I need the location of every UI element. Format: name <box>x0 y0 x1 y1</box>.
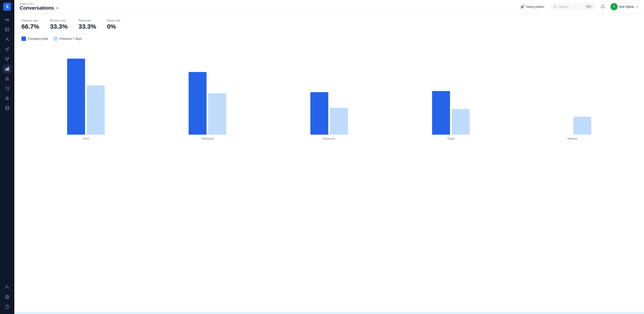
stat-bounce-rate-value: 33.3% <box>50 23 68 30</box>
search-shortcut: ⌘ K <box>585 5 592 8</box>
avatar: T <box>610 3 618 10</box>
svg-rect-7 <box>7 68 8 71</box>
svg-point-13 <box>7 297 8 298</box>
stat-delivery-rate-label: Delivery rate <box>22 19 39 22</box>
legend-company-total: Company total <box>22 36 48 41</box>
bar-label-delivered: Delivered <box>202 137 214 140</box>
page-title: Conversations <box>20 5 59 11</box>
bar-bounced-previous <box>330 108 348 135</box>
chart-group-sent: Sent <box>25 45 147 140</box>
svg-rect-6 <box>6 69 6 71</box>
stat-read-rate: Read rate 33.3% <box>78 19 96 30</box>
bar-pair-read <box>432 45 470 135</box>
svg-rect-4 <box>8 57 9 59</box>
svg-point-9 <box>6 90 7 91</box>
sidebar-item-flows[interactable] <box>3 54 12 63</box>
bar-pair-replied <box>554 45 591 135</box>
sidebar: S <box>0 0 14 314</box>
stats-row: Delivery rate 66.7% Bounce rate 33.3% Re… <box>22 19 637 30</box>
svg-point-15 <box>554 5 556 8</box>
svg-rect-1 <box>6 28 9 31</box>
header-right: Setup guides Search ⌘ K T test Sylvia <box>518 3 639 11</box>
bar-pair-delivered <box>189 45 226 135</box>
chart-group-delivered: Delivered <box>147 45 268 140</box>
svg-point-11 <box>6 106 9 108</box>
bar-label-read: Read <box>447 137 454 140</box>
sidebar-item-campaigns[interactable] <box>3 45 12 54</box>
sidebar-item-help[interactable] <box>3 302 12 311</box>
legend-color-previous <box>53 36 58 41</box>
bar-delivered-previous <box>208 93 226 135</box>
app-logo[interactable]: S <box>3 3 11 11</box>
bar-read-current <box>432 91 450 135</box>
notifications-button[interactable] <box>599 3 607 11</box>
svg-rect-8 <box>8 67 9 71</box>
bar-read-previous <box>452 109 470 135</box>
chart-group-bounced: Bounced <box>268 45 390 140</box>
main-content: ANALYTICS Conversations Setup guides Sea… <box>14 0 644 314</box>
sidebar-bottom <box>3 283 12 311</box>
sidebar-item-broadcast[interactable] <box>3 15 12 24</box>
stat-delivery-rate-value: 66.7% <box>22 23 39 30</box>
stat-delivery-rate: Delivery rate 66.7% <box>22 19 39 30</box>
search-icon <box>553 5 557 8</box>
sidebar-item-integrations[interactable] <box>3 74 12 83</box>
bar-sent-current <box>67 59 85 135</box>
bar-replied-previous <box>573 117 591 135</box>
legend-company-label: Company total <box>28 37 48 40</box>
bar-label-bounced: Bounced <box>323 137 335 140</box>
sidebar-item-add-user[interactable] <box>3 283 12 292</box>
search-box[interactable]: Search ⌘ K <box>550 3 595 10</box>
sidebar-item-shop[interactable] <box>3 84 12 93</box>
title-dropdown-icon[interactable] <box>55 6 59 10</box>
header-left: ANALYTICS Conversations <box>20 2 59 11</box>
bar-sent-previous <box>87 85 105 135</box>
page-header: ANALYTICS Conversations Setup guides Sea… <box>14 0 644 13</box>
sidebar-item-settings[interactable] <box>3 293 12 302</box>
sidebar-item-database[interactable] <box>3 104 12 113</box>
svg-point-12 <box>6 286 8 287</box>
legend-previous-days: Previous 7 days <box>53 36 82 41</box>
bottom-accent-bar <box>14 312 644 314</box>
chart-group-read: Read <box>390 45 512 140</box>
svg-point-10 <box>8 90 9 91</box>
stat-bounce-rate-label: Bounce rate <box>50 19 68 22</box>
chart-bars-container: Sent Delivered Bounced <box>25 46 633 140</box>
svg-point-0 <box>7 19 8 20</box>
chart-group-replied: Replied <box>512 45 633 140</box>
sidebar-item-analytics[interactable] <box>3 64 12 73</box>
sidebar-item-inbox[interactable] <box>3 25 12 34</box>
user-name: test Sylvia <box>620 5 634 8</box>
section-label: ANALYTICS <box>20 2 59 5</box>
stat-read-rate-value: 33.3% <box>78 23 96 30</box>
svg-rect-3 <box>6 57 7 59</box>
stat-reply-rate-label: Reply rate <box>107 19 120 22</box>
bar-label-sent: Sent <box>83 137 89 140</box>
stat-reply-rate-value: 0% <box>107 23 120 30</box>
bar-label-replied: Replied <box>568 137 577 140</box>
sidebar-item-ai[interactable] <box>3 94 12 103</box>
bar-bounced-current <box>310 92 328 135</box>
stat-read-rate-label: Read rate <box>78 19 96 22</box>
bar-pair-bounced <box>310 45 348 135</box>
legend-previous-label: Previous 7 days <box>60 37 82 40</box>
user-dropdown-icon <box>636 5 639 8</box>
main-area: Delivery rate 66.7% Bounce rate 33.3% Re… <box>14 13 644 312</box>
bar-delivered-current <box>189 72 206 135</box>
chart-legend: Company total Previous 7 days <box>22 36 637 41</box>
bar-chart: Sent Delivered Bounced <box>22 46 637 149</box>
bar-pair-sent <box>67 45 105 135</box>
legend-color-company <box>22 36 26 41</box>
sidebar-item-contacts[interactable] <box>3 35 12 44</box>
rocket-icon <box>520 5 524 9</box>
stat-reply-rate: Reply rate 0% <box>107 19 120 30</box>
setup-guides-button[interactable]: Setup guides <box>518 3 547 10</box>
svg-point-2 <box>6 38 8 39</box>
stat-bounce-rate: Bounce rate 33.3% <box>50 19 68 30</box>
user-menu[interactable]: T test Sylvia <box>610 3 639 10</box>
